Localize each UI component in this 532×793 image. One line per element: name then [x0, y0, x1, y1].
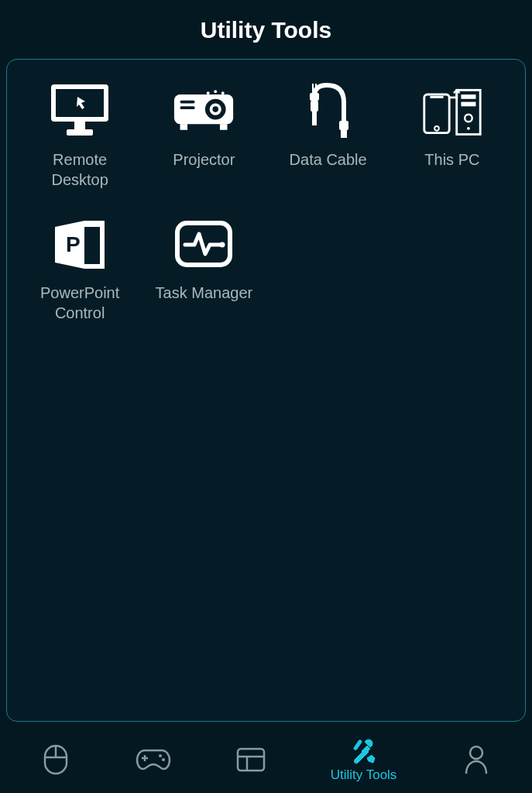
tool-remote-desktop[interactable]: Remote Desktop [21, 77, 139, 193]
nav-layout[interactable] [228, 742, 274, 778]
svg-point-29 [467, 127, 470, 130]
svg-rect-27 [461, 102, 475, 107]
svg-rect-33 [88, 250, 98, 253]
svg-rect-18 [312, 84, 314, 93]
svg-point-24 [434, 126, 439, 131]
tool-label: Data Cable [290, 149, 367, 170]
svg-rect-31 [88, 238, 98, 241]
svg-point-28 [465, 115, 472, 122]
nav-profile[interactable] [453, 740, 499, 780]
svg-rect-2 [74, 122, 85, 129]
data-cable-icon [297, 80, 359, 142]
svg-rect-9 [180, 106, 195, 109]
svg-rect-30 [88, 232, 98, 235]
page-title: Utility Tools [0, 17, 532, 43]
mouse-icon [43, 743, 69, 776]
svg-point-13 [207, 91, 210, 94]
svg-rect-8 [180, 101, 195, 104]
svg-point-48 [470, 747, 482, 759]
nav-mouse[interactable] [33, 739, 79, 781]
tool-powerpoint-control[interactable]: P PowerPoint Control [21, 210, 139, 326]
svg-rect-19 [315, 84, 317, 93]
svg-rect-22 [424, 94, 449, 133]
svg-rect-20 [339, 121, 348, 130]
nav-gamepad[interactable] [128, 743, 179, 777]
svg-rect-16 [311, 101, 318, 112]
svg-rect-10 [180, 124, 188, 130]
tool-label: This PC [424, 149, 479, 170]
svg-point-7 [213, 106, 219, 112]
layout-icon [235, 747, 266, 773]
svg-rect-15 [310, 93, 319, 101]
nav-label: Utility Tools [331, 767, 397, 783]
tool-projector[interactable]: Projector [145, 77, 263, 193]
person-icon [463, 744, 489, 775]
tool-label: Task Manager [156, 283, 253, 303]
svg-rect-23 [430, 96, 443, 98]
svg-point-14 [221, 91, 225, 94]
remote-desktop-icon [49, 80, 111, 142]
gamepad-icon [136, 747, 171, 772]
task-manager-icon [173, 213, 235, 275]
powerpoint-icon: P [49, 213, 111, 275]
svg-point-12 [215, 90, 218, 93]
tool-this-pc[interactable]: This PC [393, 77, 511, 193]
svg-rect-21 [341, 130, 347, 138]
svg-point-43 [162, 758, 165, 761]
projector-icon [173, 80, 235, 142]
tool-label: PowerPoint Control [26, 283, 134, 323]
svg-rect-32 [88, 244, 98, 247]
tool-data-cable[interactable]: Data Cable [269, 77, 387, 193]
tool-label: Remote Desktop [26, 149, 134, 190]
svg-rect-11 [220, 124, 228, 130]
this-pc-icon [421, 80, 483, 142]
svg-text:P: P [66, 232, 81, 256]
svg-rect-3 [67, 129, 93, 136]
svg-rect-26 [461, 94, 475, 99]
tools-icon [348, 736, 379, 766]
svg-rect-17 [312, 112, 317, 125]
tool-label: Projector [173, 149, 235, 170]
page-header: Utility Tools [0, 0, 532, 59]
tools-grid: Remote Desktop Projector [21, 77, 511, 326]
bottom-nav: Utility Tools [0, 731, 532, 793]
tools-panel: Remote Desktop Projector [6, 59, 526, 722]
svg-rect-44 [238, 749, 264, 771]
nav-utility-tools[interactable]: Utility Tools [323, 732, 405, 788]
svg-point-42 [159, 754, 162, 757]
tool-task-manager[interactable]: Task Manager [145, 210, 263, 326]
svg-rect-47 [353, 740, 362, 750]
svg-point-36 [220, 242, 225, 248]
